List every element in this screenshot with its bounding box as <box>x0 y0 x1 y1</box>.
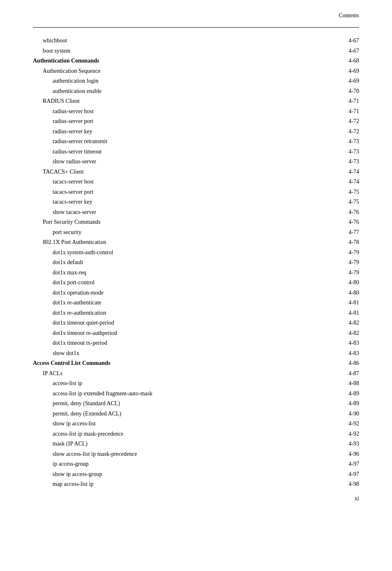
toc-entry-label: dot1x max-req <box>33 268 334 278</box>
page-number: xi <box>355 495 359 501</box>
toc-entry-label: ip access-group <box>33 459 334 469</box>
toc-entry-page: 4-76 <box>334 207 359 218</box>
toc-row: dot1x operation-mode4-80 <box>33 288 359 298</box>
toc-entry-label: 802.1X Port Authentication <box>33 237 334 248</box>
toc-row: radius-server port4-72 <box>33 116 359 127</box>
toc-entry-page: 4-74 <box>334 167 359 177</box>
toc-entry-label: radius-server timeout <box>33 147 334 157</box>
toc-entry-label: IP ACLs <box>33 369 334 379</box>
toc-entry-page: 4-82 <box>334 318 359 328</box>
toc-row: tacacs-server key4-75 <box>33 197 359 207</box>
toc-entry-page: 4-69 <box>334 66 359 77</box>
toc-entry-label: map access-list ip <box>33 479 334 490</box>
toc-entry-page: 4-73 <box>334 157 359 167</box>
toc-entry-label: whichboot <box>33 36 334 46</box>
toc-entry-label: show ip access-group <box>33 469 334 480</box>
toc-entry-page: 4-75 <box>334 187 359 197</box>
toc-entry-page: 4-73 <box>334 137 359 147</box>
toc-entry-label: TACACS+ Client <box>33 167 334 177</box>
toc-entry-label: permit, deny (Standard ACL) <box>33 399 334 409</box>
toc-row: show tacacs-server4-76 <box>33 207 359 218</box>
toc-entry-label: dot1x operation-mode <box>33 288 334 298</box>
toc-entry-page: 4-71 <box>334 96 359 107</box>
toc-row: show dot1x4-83 <box>33 348 359 359</box>
toc-row: authentication enable4-70 <box>33 86 359 97</box>
toc-entry-page: 4-97 <box>334 459 359 469</box>
toc-entry-page: 4-73 <box>334 147 359 157</box>
toc-row: dot1x re-authentication4-81 <box>33 308 359 318</box>
toc-entry-label: Port Security Commands <box>33 217 334 227</box>
toc-entry-page: 4-70 <box>334 86 359 97</box>
toc-entry-label: radius-server retransmit <box>33 137 334 147</box>
toc-entry-page: 4-79 <box>334 258 359 268</box>
toc-row: show radius-server4-73 <box>33 157 359 167</box>
toc-entry-label: boot system <box>33 46 334 56</box>
toc-row: ip access-group4-97 <box>33 459 359 469</box>
toc-row: 802.1X Port Authentication4-78 <box>33 237 359 248</box>
toc-row: radius-server timeout4-73 <box>33 147 359 157</box>
page-header: Contents <box>33 8 359 28</box>
toc-row: permit, deny (Standard ACL)4-89 <box>33 399 359 409</box>
toc-entry-page: 4-97 <box>334 469 359 480</box>
toc-row: IP ACLs4-87 <box>33 369 359 379</box>
toc-entry-page: 4-72 <box>334 116 359 127</box>
toc-row: authentication login4-69 <box>33 76 359 86</box>
toc-entry-label: dot1x system-auth-control <box>33 248 334 258</box>
toc-entry-label: Authentication Commands <box>33 56 334 66</box>
toc-row: mask (IP ACL)4-93 <box>33 439 359 449</box>
toc-entry-page: 4-79 <box>334 268 359 278</box>
toc-entry-label: permit, deny (Extended ACL) <box>33 409 334 419</box>
toc-entry-page: 4-78 <box>334 237 359 248</box>
toc-entry-label: radius-server port <box>33 116 334 127</box>
toc-entry-label: tacacs-server host <box>33 177 334 187</box>
toc-row: RADIUS Client4-71 <box>33 96 359 107</box>
page-footer: xi <box>355 495 359 502</box>
toc-entry-label: radius-server host <box>33 107 334 117</box>
toc-entry-label: dot1x timeout re-authperiod <box>33 328 334 339</box>
toc-entry-page: 4-75 <box>334 197 359 207</box>
toc-entry-label: show ip access-list <box>33 419 334 429</box>
toc-list: whichboot4-67boot system4-67Authenticati… <box>33 36 359 490</box>
toc-entry-page: 4-83 <box>334 338 359 348</box>
toc-entry-label: dot1x port-control <box>33 278 334 288</box>
toc-entry-label: mask (IP ACL) <box>33 439 334 449</box>
toc-entry-page: 4-69 <box>334 76 359 86</box>
toc-entry-page: 4-83 <box>334 348 359 359</box>
toc-entry-page: 4-79 <box>334 248 359 258</box>
toc-row: show ip access-list4-92 <box>33 419 359 429</box>
toc-row: dot1x re-authenticate4-81 <box>33 298 359 308</box>
toc-entry-page: 4-81 <box>334 298 359 308</box>
toc-entry-page: 4-88 <box>334 378 359 389</box>
toc-entry-page: 4-80 <box>334 288 359 298</box>
toc-entry-page: 4-96 <box>334 449 359 460</box>
toc-row: access-list ip extended fragment-auto-ma… <box>33 389 359 399</box>
toc-entry-page: 4-89 <box>334 399 359 409</box>
toc-entry-label: Authentication Sequence <box>33 66 334 77</box>
toc-row: access-list ip4-88 <box>33 378 359 389</box>
toc-entry-page: 4-77 <box>334 227 359 238</box>
toc-entry-label: dot1x timeout tx-period <box>33 338 334 348</box>
toc-row: show ip access-group4-97 <box>33 469 359 480</box>
toc-row: map access-list ip4-98 <box>33 479 359 490</box>
toc-row: boot system4-67 <box>33 46 359 56</box>
toc-entry-page: 4-67 <box>334 46 359 56</box>
toc-entry-label: dot1x re-authentication <box>33 308 334 318</box>
toc-entry-page: 4-80 <box>334 278 359 288</box>
toc-row: dot1x timeout quiet-period4-82 <box>33 318 359 328</box>
toc-entry-label: show access-list ip mask-precedence <box>33 449 334 460</box>
toc-entry-label: show radius-server <box>33 157 334 167</box>
toc-entry-page: 4-81 <box>334 308 359 318</box>
toc-row: port security4-77 <box>33 227 359 238</box>
toc-entry-label: tacacs-server key <box>33 197 334 207</box>
toc-row: Authentication Sequence4-69 <box>33 66 359 77</box>
toc-entry-label: tacacs-server port <box>33 187 334 197</box>
toc-row: tacacs-server port4-75 <box>33 187 359 197</box>
toc-entry-label: dot1x timeout quiet-period <box>33 318 334 328</box>
toc-entry-page: 4-90 <box>334 409 359 419</box>
header-title: Contents <box>339 12 359 19</box>
toc-row: whichboot4-67 <box>33 36 359 46</box>
toc-row: Port Security Commands4-76 <box>33 217 359 227</box>
toc-entry-page: 4-76 <box>334 217 359 227</box>
toc-entry-label: dot1x re-authenticate <box>33 298 334 308</box>
toc-entry-label: access-list ip <box>33 378 334 389</box>
